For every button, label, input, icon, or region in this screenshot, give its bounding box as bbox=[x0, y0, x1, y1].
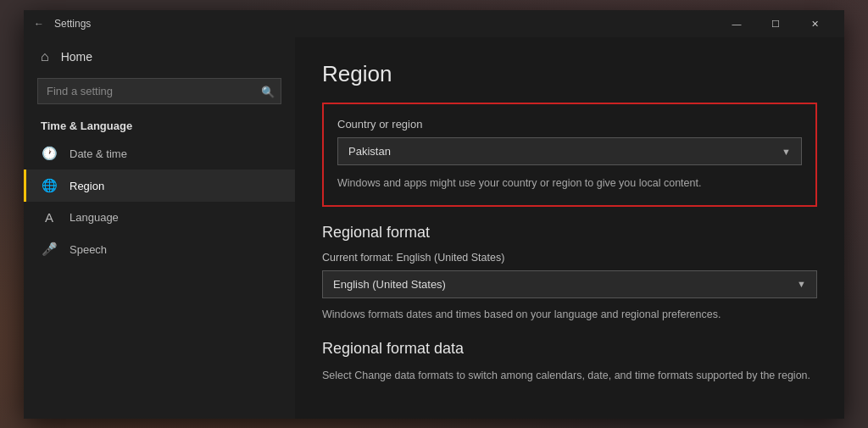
regional-format-description: Windows formats dates and times based on… bbox=[322, 307, 817, 323]
search-box: 🔍 bbox=[37, 78, 281, 104]
home-icon: ⌂ bbox=[41, 49, 49, 64]
dropdown-arrow-icon: ▼ bbox=[782, 147, 791, 157]
country-region-section: Country or region Pakistan ▼ Windows and… bbox=[322, 103, 817, 207]
sidebar-item-date-time-label: Date & time bbox=[70, 147, 127, 160]
main-content: Region Country or region Pakistan ▼ Wind… bbox=[295, 37, 844, 419]
settings-window: ← Settings — ☐ ✕ ⌂ Home 🔍 Time & Languag… bbox=[24, 10, 844, 419]
window-title: Settings bbox=[54, 18, 717, 30]
home-label: Home bbox=[61, 50, 92, 64]
search-input[interactable] bbox=[37, 78, 281, 104]
country-region-dropdown[interactable]: Pakistan ▼ bbox=[337, 137, 802, 165]
regional-format-dropdown[interactable]: English (United States) ▼ bbox=[322, 270, 817, 298]
sidebar-section-label: Time & Language bbox=[24, 113, 295, 137]
regional-format-data-title: Regional format data bbox=[322, 340, 817, 358]
region-icon: 🌐 bbox=[41, 178, 58, 193]
regional-format-data-description: Select Change data formats to switch amo… bbox=[322, 368, 817, 384]
regional-format-value: English (United States) bbox=[333, 278, 446, 291]
current-format-label: Current format: English (United States) bbox=[322, 252, 817, 264]
speech-icon: 🎤 bbox=[41, 242, 58, 257]
sidebar-item-region[interactable]: 🌐 Region bbox=[24, 170, 295, 202]
search-icon[interactable]: 🔍 bbox=[261, 85, 275, 97]
regional-format-dropdown-arrow-icon: ▼ bbox=[797, 279, 806, 289]
country-region-label: Country or region bbox=[337, 118, 802, 131]
sidebar-item-speech-label: Speech bbox=[70, 243, 107, 256]
language-icon: A bbox=[41, 210, 58, 225]
sidebar-item-date-time[interactable]: 🕐 Date & time bbox=[24, 137, 295, 170]
sidebar-item-speech[interactable]: 🎤 Speech bbox=[24, 233, 295, 265]
window-controls: — ☐ ✕ bbox=[717, 10, 834, 37]
titlebar: ← Settings — ☐ ✕ bbox=[24, 10, 844, 37]
country-region-value: Pakistan bbox=[348, 145, 391, 158]
country-region-description: Windows and apps might use your country … bbox=[337, 175, 802, 192]
sidebar-item-language-label: Language bbox=[70, 211, 119, 224]
window-content: ⌂ Home 🔍 Time & Language 🕐 Date & time 🌐… bbox=[24, 37, 844, 419]
maximize-button[interactable]: ☐ bbox=[756, 10, 795, 37]
sidebar-item-home[interactable]: ⌂ Home bbox=[24, 41, 295, 73]
sidebar-item-language[interactable]: A Language bbox=[24, 202, 295, 233]
page-title: Region bbox=[322, 61, 817, 87]
minimize-button[interactable]: — bbox=[717, 10, 756, 37]
regional-format-title: Regional format bbox=[322, 224, 817, 242]
back-button[interactable]: ← bbox=[34, 18, 44, 30]
sidebar: ⌂ Home 🔍 Time & Language 🕐 Date & time 🌐… bbox=[24, 37, 295, 419]
close-button[interactable]: ✕ bbox=[795, 10, 834, 37]
date-time-icon: 🕐 bbox=[41, 146, 58, 161]
sidebar-item-region-label: Region bbox=[70, 180, 104, 192]
